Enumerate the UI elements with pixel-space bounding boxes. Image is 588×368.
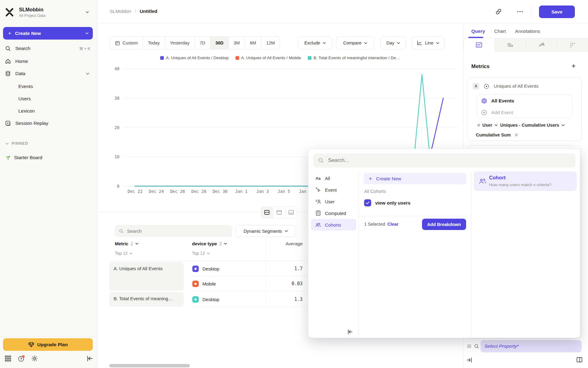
tab-chart[interactable]: Chart: [494, 29, 506, 34]
range-custom[interactable]: Custom: [110, 37, 143, 49]
table-row[interactable]: Mobile 0.03: [189, 276, 308, 291]
svg-text:?: ?: [20, 357, 22, 361]
category-all[interactable]: Aa All: [311, 172, 356, 184]
save-button[interactable]: Save: [539, 6, 575, 18]
create-new-button[interactable]: + Create New: [3, 27, 93, 40]
add-metric-button[interactable]: +: [570, 62, 577, 70]
legend-label: A. Uniques of All Events / Mobile: [241, 56, 301, 60]
remove-modifier-icon[interactable]: [514, 133, 518, 137]
clear-selection-link[interactable]: Clear: [387, 222, 398, 227]
chevron-down-icon[interactable]: [86, 11, 89, 13]
range-7d[interactable]: 7D: [194, 37, 210, 49]
pinned-section-header[interactable]: PINNED: [6, 141, 28, 146]
popup-search-input[interactable]: [328, 157, 571, 163]
chevron-down-icon[interactable]: [85, 32, 89, 34]
side-panel-icon[interactable]: [576, 356, 583, 363]
legend-item[interactable]: A. Uniques of All Events / Mobile: [236, 56, 301, 60]
legend-label: A. Uniques of All Events / Desktop: [166, 56, 229, 60]
layout-table-toggle[interactable]: [285, 207, 297, 218]
calendar-icon: [115, 40, 120, 46]
flows-tab[interactable]: [526, 38, 557, 52]
modifier-chip[interactable]: Cumulative Sum: [476, 132, 511, 137]
table-row-metric-a[interactable]: A. Uniques of All Events: [109, 262, 184, 291]
cohort-list-item-checked[interactable]: view only users: [364, 199, 410, 206]
popup-search[interactable]: [313, 153, 575, 167]
tab-query[interactable]: Query: [471, 29, 485, 34]
help-icon[interactable]: ?: [18, 355, 25, 362]
sidebar-item-starter-board[interactable]: Starter Board: [6, 155, 42, 160]
cohort-info-card[interactable]: Cohort How many users match x criteria?: [474, 171, 577, 191]
table-row[interactable]: Desktop 1.7: [189, 261, 308, 276]
column-header-device-type[interactable]: device type2: [192, 241, 227, 246]
sidebar-item-lexicon[interactable]: Lexicon: [0, 105, 97, 117]
range-6m[interactable]: 6M: [245, 37, 261, 49]
apps-grid-icon[interactable]: [4, 355, 12, 362]
sidebar-item-search[interactable]: Search ⌘ + K: [0, 42, 97, 55]
range-30d-selected[interactable]: 30D: [210, 37, 228, 49]
tab-annotations[interactable]: Annotations: [515, 29, 540, 34]
category-cohorts-selected[interactable]: Cohorts: [311, 219, 356, 231]
dynamic-segments-dropdown[interactable]: Dynamic Segments: [235, 225, 296, 237]
granularity-dropdown[interactable]: Day: [380, 36, 406, 49]
create-new-cohort-button[interactable]: + Create New: [364, 173, 466, 184]
chevron-down-icon[interactable]: [86, 73, 89, 75]
layout-split-toggle[interactable]: [261, 207, 273, 218]
legend-item[interactable]: B. Total Events of meaningful interactio…: [308, 56, 400, 60]
category-event[interactable]: Event: [311, 184, 356, 196]
select-property-input[interactable]: Select Property*: [481, 340, 582, 352]
sidebar-item-events[interactable]: Events: [0, 80, 97, 93]
metric-top-filter[interactable]: Top 12: [115, 251, 133, 256]
range-today[interactable]: Today: [143, 37, 165, 49]
collapse-categories-icon[interactable]: [347, 329, 353, 335]
sidebar-item-home[interactable]: Home: [0, 55, 97, 67]
range-yesterday[interactable]: Yesterday: [165, 37, 194, 49]
metric-settings-icon[interactable]: [483, 83, 490, 90]
add-breakdown-button[interactable]: Add Breakdown: [422, 219, 466, 230]
agg-entity-dropdown[interactable]: User: [482, 123, 492, 128]
category-user[interactable]: User: [311, 196, 356, 207]
compare-dropdown[interactable]: Compare: [336, 36, 375, 49]
legend-label: B. Total Events of meaningful interactio…: [314, 56, 400, 60]
insights-line-tab[interactable]: [463, 38, 495, 52]
range-3m[interactable]: 3M: [228, 37, 245, 49]
add-event-row[interactable]: Add Event: [477, 107, 572, 118]
gear-icon[interactable]: [31, 355, 38, 362]
x-axis-label: Dec 30: [213, 189, 228, 194]
breadcrumb-root[interactable]: SLMobbin: [110, 9, 131, 14]
more-options-icon[interactable]: [516, 8, 524, 15]
sidebar-item-users[interactable]: Users: [0, 93, 97, 105]
agg-metric-dropdown[interactable]: Uniques - Cumulative Users: [500, 123, 559, 128]
copy-link-icon[interactable]: [495, 8, 502, 15]
bar-chart-tab[interactable]: [495, 38, 526, 52]
device-top-filter[interactable]: Top 12: [192, 251, 210, 256]
metric-title[interactable]: Uniques of All Events: [494, 83, 538, 89]
range-12m[interactable]: 12M: [261, 37, 280, 49]
exclude-dropdown[interactable]: Exclude: [298, 36, 332, 49]
collapse-sidebar-icon[interactable]: [86, 355, 93, 362]
table-search[interactable]: [115, 225, 232, 237]
table-search-input[interactable]: [127, 228, 228, 234]
event-row-all-events[interactable]: All Events: [477, 95, 572, 107]
event-hexagon-icon: [481, 98, 487, 104]
drag-handle-icon[interactable]: [467, 344, 471, 348]
category-computed[interactable]: Computed: [311, 207, 356, 219]
table-row-metric-b[interactable]: B. Total Events of meaning…: [109, 292, 184, 306]
retention-tab[interactable]: [557, 38, 588, 52]
breadcrumb-current[interactable]: Untitled: [140, 9, 157, 14]
upgrade-plan-button[interactable]: Upgrade Plan: [3, 338, 93, 351]
column-header-metric[interactable]: Metric2: [115, 241, 138, 246]
session-replay-icon: [5, 120, 11, 126]
x-axis-label: Dec 28: [191, 189, 206, 194]
expand-panel-icon[interactable]: [466, 357, 473, 363]
query-panel-tabs: Query Chart Annotations: [463, 24, 588, 38]
chart-type-dropdown[interactable]: Line: [412, 36, 444, 49]
sidebar-item-data[interactable]: Data: [0, 67, 97, 80]
table-row[interactable]: Desktop 1.3: [189, 292, 308, 307]
chevron-down-icon: [135, 243, 138, 245]
workspace-switcher[interactable]: SLMobbin All Project Data: [4, 7, 45, 18]
horizontal-scrollbar[interactable]: [109, 364, 190, 367]
legend-item[interactable]: A. Uniques of All Events / Desktop: [160, 56, 229, 60]
layout-chart-toggle[interactable]: [273, 207, 285, 218]
checkbox-checked[interactable]: [364, 199, 371, 206]
sidebar-item-session-replay[interactable]: Session Replay: [0, 117, 97, 129]
